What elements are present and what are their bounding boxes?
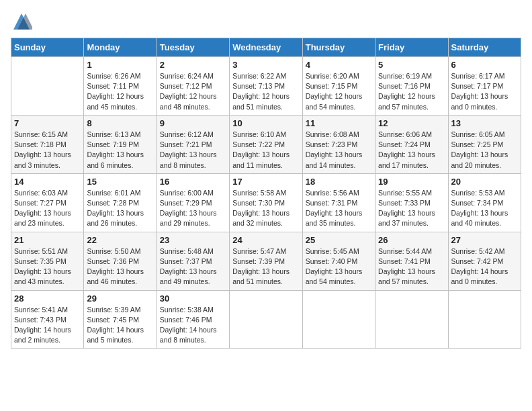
calendar-cell: 12Sunrise: 6:06 AM Sunset: 7:24 PM Dayli… — [375, 115, 448, 173]
calendar-cell: 20Sunrise: 5:53 AM Sunset: 7:34 PM Dayli… — [448, 173, 521, 232]
day-number: 28 — [14, 293, 81, 304]
calendar-cell: 2Sunrise: 6:24 AM Sunset: 7:12 PM Daylig… — [157, 57, 229, 116]
calendar-cell: 7Sunrise: 6:15 AM Sunset: 7:18 PM Daylig… — [11, 115, 84, 173]
calendar-cell: 8Sunrise: 6:13 AM Sunset: 7:19 PM Daylig… — [84, 115, 157, 173]
day-number: 25 — [306, 235, 372, 245]
weekday-header-row: SundayMondayTuesdayWednesdayThursdayFrid… — [11, 38, 521, 57]
calendar-cell: 10Sunrise: 6:10 AM Sunset: 7:22 PM Dayli… — [230, 115, 302, 173]
day-number: 9 — [160, 118, 226, 128]
calendar-cell: 3Sunrise: 6:22 AM Sunset: 7:13 PM Daylig… — [230, 57, 302, 116]
day-info: Sunrise: 6:03 AM Sunset: 7:27 PM Dayligh… — [14, 188, 81, 229]
calendar-cell: 5Sunrise: 6:19 AM Sunset: 7:16 PM Daylig… — [375, 57, 448, 116]
day-info: Sunrise: 5:58 AM Sunset: 7:30 PM Dayligh… — [232, 188, 299, 229]
day-info: Sunrise: 5:41 AM Sunset: 7:43 PM Dayligh… — [14, 305, 81, 346]
calendar-week-row: 14Sunrise: 6:03 AM Sunset: 7:27 PM Dayli… — [11, 173, 521, 232]
calendar-cell — [230, 290, 302, 349]
day-info: Sunrise: 6:00 AM Sunset: 7:29 PM Dayligh… — [160, 188, 226, 229]
calendar-week-row: 1Sunrise: 6:26 AM Sunset: 7:11 PM Daylig… — [11, 57, 521, 116]
day-number: 17 — [232, 177, 299, 187]
day-info: Sunrise: 6:26 AM Sunset: 7:11 PM Dayligh… — [87, 71, 153, 112]
calendar-cell: 23Sunrise: 5:48 AM Sunset: 7:37 PM Dayli… — [157, 232, 229, 290]
day-number: 30 — [160, 293, 226, 304]
day-info: Sunrise: 5:55 AM Sunset: 7:33 PM Dayligh… — [378, 188, 445, 229]
day-info: Sunrise: 6:10 AM Sunset: 7:22 PM Dayligh… — [232, 130, 299, 171]
day-number: 23 — [160, 235, 226, 245]
day-number: 24 — [232, 235, 299, 245]
day-info: Sunrise: 5:38 AM Sunset: 7:46 PM Dayligh… — [160, 305, 226, 346]
day-number: 12 — [378, 118, 445, 128]
calendar-cell: 21Sunrise: 5:51 AM Sunset: 7:35 PM Dayli… — [11, 232, 84, 290]
day-number: 22 — [87, 235, 153, 245]
calendar-cell: 18Sunrise: 5:56 AM Sunset: 7:31 PM Dayli… — [302, 173, 375, 232]
calendar-cell — [375, 290, 448, 349]
day-info: Sunrise: 6:13 AM Sunset: 7:19 PM Dayligh… — [87, 130, 153, 171]
calendar-body: 1Sunrise: 6:26 AM Sunset: 7:11 PM Daylig… — [11, 57, 521, 349]
day-info: Sunrise: 6:20 AM Sunset: 7:15 PM Dayligh… — [306, 71, 372, 112]
day-info: Sunrise: 5:50 AM Sunset: 7:36 PM Dayligh… — [87, 246, 153, 287]
day-info: Sunrise: 5:45 AM Sunset: 7:40 PM Dayligh… — [306, 246, 372, 287]
day-info: Sunrise: 6:17 AM Sunset: 7:17 PM Dayligh… — [451, 71, 518, 112]
day-number: 6 — [451, 60, 518, 70]
day-number: 15 — [87, 177, 153, 187]
day-info: Sunrise: 6:24 AM Sunset: 7:12 PM Dayligh… — [160, 71, 226, 112]
day-info: Sunrise: 5:44 AM Sunset: 7:41 PM Dayligh… — [378, 246, 445, 287]
calendar-cell: 9Sunrise: 6:12 AM Sunset: 7:21 PM Daylig… — [157, 115, 229, 173]
page-header — [11, 11, 521, 32]
calendar-cell: 25Sunrise: 5:45 AM Sunset: 7:40 PM Dayli… — [302, 232, 375, 290]
calendar-week-row: 28Sunrise: 5:41 AM Sunset: 7:43 PM Dayli… — [11, 290, 521, 349]
day-info: Sunrise: 5:47 AM Sunset: 7:39 PM Dayligh… — [232, 246, 299, 287]
calendar-cell — [302, 290, 375, 349]
calendar-cell: 6Sunrise: 6:17 AM Sunset: 7:17 PM Daylig… — [448, 57, 521, 116]
weekday-header-monday: Monday — [84, 38, 157, 57]
day-info: Sunrise: 5:56 AM Sunset: 7:31 PM Dayligh… — [306, 188, 372, 229]
calendar-cell: 1Sunrise: 6:26 AM Sunset: 7:11 PM Daylig… — [84, 57, 157, 116]
day-number: 27 — [451, 235, 518, 245]
calendar-cell: 28Sunrise: 5:41 AM Sunset: 7:43 PM Dayli… — [11, 290, 84, 349]
day-number: 2 — [160, 60, 226, 70]
day-number: 16 — [160, 177, 226, 187]
day-number: 29 — [87, 293, 153, 304]
day-info: Sunrise: 5:39 AM Sunset: 7:45 PM Dayligh… — [87, 305, 153, 346]
day-info: Sunrise: 5:42 AM Sunset: 7:42 PM Dayligh… — [451, 246, 518, 287]
day-info: Sunrise: 5:48 AM Sunset: 7:37 PM Dayligh… — [160, 246, 226, 287]
calendar-week-row: 21Sunrise: 5:51 AM Sunset: 7:35 PM Dayli… — [11, 232, 521, 290]
calendar-cell: 16Sunrise: 6:00 AM Sunset: 7:29 PM Dayli… — [157, 173, 229, 232]
weekday-header-tuesday: Tuesday — [157, 38, 229, 57]
calendar-cell: 15Sunrise: 6:01 AM Sunset: 7:28 PM Dayli… — [84, 173, 157, 232]
calendar-cell: 22Sunrise: 5:50 AM Sunset: 7:36 PM Dayli… — [84, 232, 157, 290]
day-number: 7 — [14, 118, 81, 128]
day-number: 3 — [232, 60, 299, 70]
day-info: Sunrise: 6:12 AM Sunset: 7:21 PM Dayligh… — [160, 130, 226, 171]
day-info: Sunrise: 6:05 AM Sunset: 7:25 PM Dayligh… — [451, 130, 518, 171]
day-info: Sunrise: 6:22 AM Sunset: 7:13 PM Dayligh… — [232, 71, 299, 112]
weekday-header-wednesday: Wednesday — [230, 38, 302, 57]
day-number: 21 — [14, 235, 81, 245]
day-number: 4 — [306, 60, 372, 70]
day-info: Sunrise: 6:15 AM Sunset: 7:18 PM Dayligh… — [14, 130, 81, 171]
day-number: 5 — [378, 60, 445, 70]
day-info: Sunrise: 6:06 AM Sunset: 7:24 PM Dayligh… — [378, 130, 445, 171]
calendar-cell: 14Sunrise: 6:03 AM Sunset: 7:27 PM Dayli… — [11, 173, 84, 232]
day-number: 8 — [87, 118, 153, 128]
calendar-cell — [448, 290, 521, 349]
calendar-cell: 26Sunrise: 5:44 AM Sunset: 7:41 PM Dayli… — [375, 232, 448, 290]
day-info: Sunrise: 6:19 AM Sunset: 7:16 PM Dayligh… — [378, 71, 445, 112]
logo — [11, 11, 35, 32]
day-number: 1 — [87, 60, 153, 70]
day-number: 18 — [306, 177, 372, 187]
calendar-cell: 29Sunrise: 5:39 AM Sunset: 7:45 PM Dayli… — [84, 290, 157, 349]
calendar-table: SundayMondayTuesdayWednesdayThursdayFrid… — [11, 38, 521, 349]
logo-icon — [11, 11, 32, 32]
calendar-cell: 30Sunrise: 5:38 AM Sunset: 7:46 PM Dayli… — [157, 290, 229, 349]
day-info: Sunrise: 5:53 AM Sunset: 7:34 PM Dayligh… — [451, 188, 518, 229]
calendar-cell: 24Sunrise: 5:47 AM Sunset: 7:39 PM Dayli… — [230, 232, 302, 290]
day-info: Sunrise: 6:01 AM Sunset: 7:28 PM Dayligh… — [87, 188, 153, 229]
calendar-cell — [11, 57, 84, 116]
calendar-week-row: 7Sunrise: 6:15 AM Sunset: 7:18 PM Daylig… — [11, 115, 521, 173]
calendar-cell: 4Sunrise: 6:20 AM Sunset: 7:15 PM Daylig… — [302, 57, 375, 116]
calendar-cell: 19Sunrise: 5:55 AM Sunset: 7:33 PM Dayli… — [375, 173, 448, 232]
weekday-header-friday: Friday — [375, 38, 448, 57]
weekday-header-sunday: Sunday — [11, 38, 84, 57]
calendar-cell: 13Sunrise: 6:05 AM Sunset: 7:25 PM Dayli… — [448, 115, 521, 173]
weekday-header-thursday: Thursday — [302, 38, 375, 57]
